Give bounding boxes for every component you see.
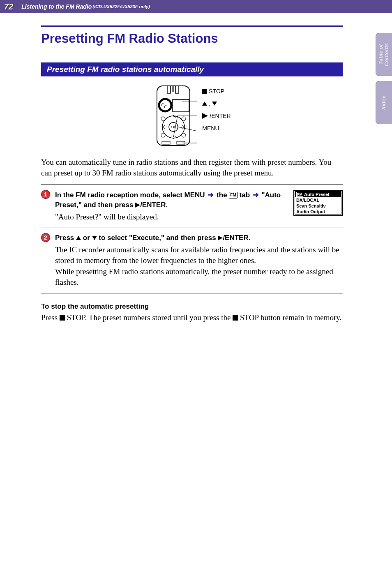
divider — [41, 293, 343, 293]
menu-screenshot: FMAuto Preset DX/LOCAL Scan Sensitiv Aud… — [293, 190, 343, 216]
step-2: 2 Press or to select "Execute," and then… — [41, 228, 343, 293]
play-icon — [218, 235, 223, 240]
header-subtitle: (ICD-UX522F/UX523F only) — [92, 4, 150, 9]
svg-point-7 — [162, 116, 184, 138]
svg-rect-1 — [167, 86, 171, 93]
section-bar: Presetting FM radio stations automatical… — [41, 62, 343, 76]
menu-item: Scan Sensitiv — [295, 203, 341, 209]
step-1-text: "Auto Preset?" will be displayed. — [55, 212, 284, 223]
svg-point-9 — [161, 117, 165, 121]
menu-item-selected: FMAuto Preset — [295, 192, 341, 197]
label-menu: MENU — [202, 125, 231, 132]
svg-rect-2 — [175, 86, 179, 93]
intro-text: You can automatically tune in radio stat… — [41, 157, 343, 178]
divider-top — [41, 25, 343, 27]
tab-index[interactable]: Index — [376, 81, 392, 124]
stop-icon — [233, 315, 238, 321]
stop-text: Press STOP. The preset numbers stored un… — [41, 312, 343, 323]
device-diagram-icon — [153, 84, 198, 150]
down-icon — [212, 102, 217, 106]
step-2-text: The IC recorder automatically scans for … — [55, 245, 343, 288]
svg-rect-13 — [162, 141, 170, 144]
menu-item: DX/LOCAL — [295, 197, 341, 203]
step-2-title: Press or to select "Execute," and then p… — [55, 233, 343, 243]
tab-toc[interactable]: Table of Contents — [376, 33, 392, 76]
label-updown: , — [202, 100, 231, 107]
menu-item: Audio Output — [295, 209, 341, 215]
up-icon — [76, 236, 81, 240]
header-title: Listening to the FM Radio — [21, 3, 92, 10]
tab-index-label: Index — [381, 96, 387, 110]
step-bullet-icon: 1 — [41, 190, 50, 199]
arrow-right-icon: ➜ — [207, 191, 214, 199]
play-icon — [135, 203, 140, 208]
side-tabs: Table of Contents Index — [376, 33, 392, 129]
step-1-title: In the FM radio reception mode, select M… — [55, 190, 284, 210]
play-icon — [202, 113, 208, 119]
step-bullet-icon: 2 — [41, 233, 50, 242]
up-icon — [202, 102, 207, 106]
svg-point-11 — [161, 133, 165, 137]
arrow-right-icon: ➜ — [252, 191, 260, 199]
svg-point-10 — [182, 117, 186, 121]
svg-point-12 — [182, 133, 186, 137]
step-1: 1 In the FM radio reception mode, select… — [41, 185, 343, 228]
stop-icon — [202, 89, 207, 94]
page-title: Presetting FM Radio Stations — [41, 31, 343, 46]
tab-toc-label: Table of Contents — [378, 33, 390, 76]
stop-icon — [60, 315, 65, 321]
down-icon — [92, 236, 97, 240]
label-enter: /ENTER — [202, 113, 231, 119]
page-number: 72 — [4, 2, 13, 12]
content: Presetting FM Radio Stations Presetting … — [0, 13, 392, 323]
stop-heading: To stop the automatic presetting — [41, 302, 343, 311]
fm-tab-icon: FM — [229, 192, 237, 198]
label-stop: STOP — [202, 88, 231, 95]
svg-point-5 — [159, 99, 171, 111]
header-bar: 72 Listening to the FM Radio (ICD-UX522F… — [0, 0, 392, 13]
svg-line-19 — [178, 127, 197, 131]
device-figure: STOP , /ENTER MENU — [41, 84, 343, 150]
